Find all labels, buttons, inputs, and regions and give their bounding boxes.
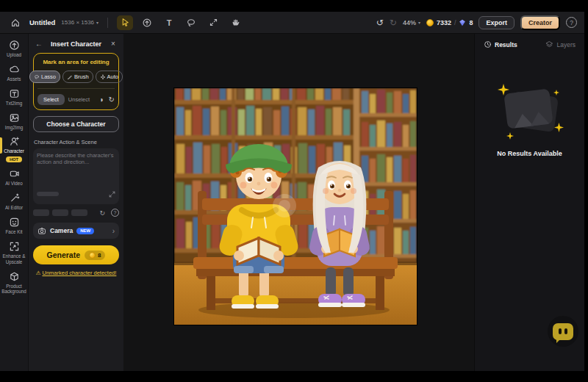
generate-button[interactable]: Generate 8 xyxy=(33,245,119,264)
sidebar-item-label: Txt2Img xyxy=(6,101,23,107)
unselect-button[interactable]: Unselect xyxy=(68,96,90,103)
reset-mask-icon[interactable]: ↻ xyxy=(109,96,115,104)
brush-mode-button[interactable]: Brush xyxy=(62,71,93,83)
product-box-icon xyxy=(9,271,20,282)
face-icon xyxy=(9,217,20,228)
brush-icon xyxy=(67,74,73,80)
prompt-input[interactable] xyxy=(37,152,115,184)
canvas-image[interactable] xyxy=(174,88,417,325)
generate-cost-pill: 8 xyxy=(85,251,105,260)
sparkle-icon xyxy=(553,90,559,96)
chevron-down-icon: ▾ xyxy=(96,20,98,25)
generate-cost: 8 xyxy=(98,252,101,259)
creator-button[interactable]: Creator xyxy=(520,15,560,30)
lasso-mode-button[interactable]: Lasso xyxy=(29,71,60,83)
tab-label: Results xyxy=(495,41,517,48)
panel-title: Insert Character xyxy=(51,40,101,48)
suggestion-chip[interactable] xyxy=(52,209,68,216)
text-tool-button[interactable]: T xyxy=(161,15,177,30)
canvas-size-value: 1536 × 1536 xyxy=(61,19,94,26)
select-button[interactable]: Select xyxy=(37,94,65,105)
no-results-text: No Results Available xyxy=(497,150,562,157)
text-tool-icon: T xyxy=(167,18,172,27)
tab-layers[interactable]: Layers xyxy=(545,40,576,48)
fast-credits-count: 8 xyxy=(469,19,473,26)
home-icon xyxy=(10,18,21,28)
canvas-size-dropdown[interactable]: 1536 × 1536 ▾ xyxy=(61,19,98,26)
mode-label: Lasso xyxy=(41,73,56,80)
sidebar-item-label: AI Editor xyxy=(5,205,23,211)
upscale-icon xyxy=(9,241,20,252)
zoom-level-value: 44% xyxy=(403,19,416,26)
choose-character-button[interactable]: Choose a Character xyxy=(33,116,119,132)
chat-support-button[interactable] xyxy=(548,316,578,347)
sidebar-item-character[interactable]: Character HOT xyxy=(0,133,28,165)
suggestion-chips-row: ↻ ? xyxy=(33,209,119,217)
hand-tool-button[interactable] xyxy=(227,15,243,30)
app-window: Untitled 1536 × 1536 ▾ T xyxy=(0,12,584,371)
zoom-level-dropdown[interactable]: 44% ▾ xyxy=(403,19,420,26)
topbar: Untitled 1536 × 1536 ▾ T xyxy=(0,12,584,34)
sidebar-item-txt2img[interactable]: Txt2Img xyxy=(0,85,28,109)
no-results-illustration xyxy=(496,82,564,140)
new-badge: NEW xyxy=(76,228,94,234)
refresh-suggestions-icon[interactable]: ↻ xyxy=(99,209,105,217)
camera-setting-row[interactable]: Camera NEW › xyxy=(33,223,119,239)
document-title[interactable]: Untitled xyxy=(29,18,55,26)
expand-icon[interactable] xyxy=(109,187,115,201)
sidebar-item-label: AI Video xyxy=(5,181,23,187)
sidebar-item-img2img[interactable]: Img2Img xyxy=(0,109,28,133)
redo-button[interactable]: ↻ xyxy=(390,18,397,28)
home-button[interactable] xyxy=(7,15,24,30)
sidebar-item-label: Assets xyxy=(7,76,21,82)
sidebar-item-label: Product Background xyxy=(1,284,27,295)
empty-results-state: No Results Available xyxy=(475,82,584,157)
sidebar-item-ai-video[interactable]: AI Video xyxy=(0,165,28,189)
hot-badge: HOT xyxy=(6,156,22,162)
back-icon[interactable]: ← xyxy=(35,40,43,48)
tab-label: Layers xyxy=(556,41,576,48)
pointer-tool-button[interactable] xyxy=(117,15,133,30)
auto-sparkle-icon xyxy=(100,74,106,80)
image-to-image-icon xyxy=(9,112,20,123)
cloud-icon xyxy=(9,64,20,75)
resize-icon xyxy=(209,18,218,27)
tab-results[interactable]: Results xyxy=(484,40,517,48)
support-icon[interactable]: ? xyxy=(566,17,577,28)
mode-label: Auto xyxy=(107,73,118,80)
auto-mode-button[interactable]: Auto xyxy=(96,71,123,83)
close-icon[interactable]: × xyxy=(109,40,118,48)
brush-cursor-highlight xyxy=(273,194,296,217)
sidebar-item-label: Img2Img xyxy=(5,125,24,131)
coin-icon xyxy=(426,19,434,26)
insert-character-panel: ← Insert Character × Mark an area for ed… xyxy=(28,34,123,371)
magic-wand-icon xyxy=(9,192,20,203)
suggestion-chip[interactable] xyxy=(71,209,87,216)
credits-display[interactable]: 7332 / 8 xyxy=(426,19,473,26)
export-button[interactable]: Export xyxy=(478,16,514,29)
resize-tool-button[interactable] xyxy=(205,15,221,30)
lasso-icon xyxy=(34,74,40,80)
help-icon[interactable]: ? xyxy=(111,209,119,217)
warning-message: ⚠ Unmarked character detected! xyxy=(33,270,119,276)
sidebar-item-face-kit[interactable]: Face Kit xyxy=(0,214,28,237)
sidebar-item-upload[interactable]: Upload xyxy=(0,37,28,60)
sidebar-item-ai-editor[interactable]: AI Editor xyxy=(0,190,28,213)
character-icon xyxy=(9,136,20,147)
sidebar-item-product-background[interactable]: Product Background xyxy=(0,268,28,298)
invert-mask-icon[interactable]: ◑ xyxy=(99,96,104,104)
sidebar-item-enhance-upscale[interactable]: Enhance & Upscale xyxy=(0,238,28,267)
hand-icon xyxy=(231,18,240,27)
suggestion-chip[interactable] xyxy=(33,209,49,216)
lasso-icon xyxy=(186,18,196,28)
sidebar-item-assets[interactable]: Assets xyxy=(0,61,28,84)
video-icon xyxy=(9,168,20,179)
lasso-tool-button[interactable] xyxy=(183,15,199,30)
action-scene-label: Character Action & Scene xyxy=(34,139,119,145)
insert-image-tool-button[interactable] xyxy=(139,15,155,30)
canvas-workspace[interactable] xyxy=(123,34,474,371)
pointer-icon xyxy=(121,18,130,27)
camera-label: Camera xyxy=(50,227,73,234)
undo-button[interactable]: ↺ xyxy=(376,18,384,28)
camera-icon xyxy=(37,226,46,235)
